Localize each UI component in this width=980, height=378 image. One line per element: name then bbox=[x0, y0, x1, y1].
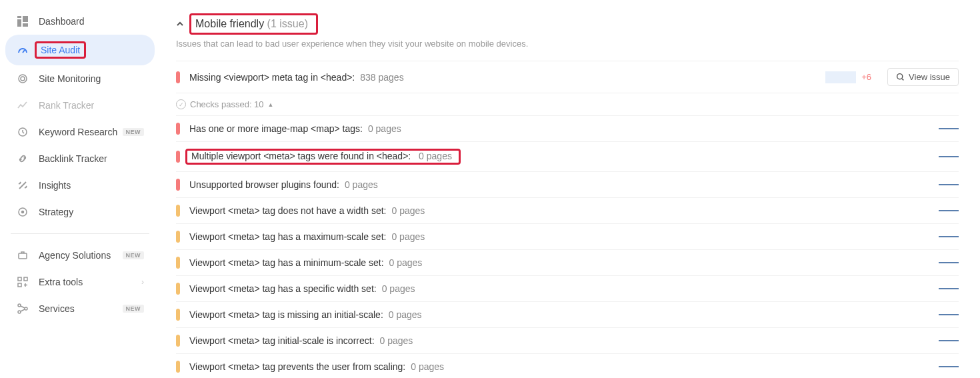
passed-check-row[interactable]: Viewport <meta> tag prevents the user fr… bbox=[176, 354, 959, 378]
sidebar-item-strategy[interactable]: Strategy bbox=[5, 199, 155, 225]
sidebar-item-keyword-research[interactable]: Keyword Research NEW bbox=[5, 119, 155, 145]
grid-plus-icon bbox=[16, 275, 29, 289]
svg-rect-3 bbox=[23, 23, 28, 27]
issue-label: Viewport <meta> tag prevents the user fr… bbox=[189, 361, 405, 372]
check-circle-icon: ✓ bbox=[176, 99, 186, 109]
issue-label: Viewport <meta> tag has a minimum-scale … bbox=[189, 257, 384, 268]
svg-rect-9 bbox=[19, 253, 27, 259]
sidebar-item-label: Strategy bbox=[39, 207, 144, 217]
issue-label: Multiple viewport <meta> tags were found… bbox=[191, 151, 411, 161]
sidebar-item-label: Dashboard bbox=[39, 16, 144, 27]
severity-indicator-orange bbox=[176, 205, 180, 217]
flat-sparkline bbox=[939, 288, 959, 289]
svg-point-15 bbox=[18, 311, 21, 313]
passed-check-row[interactable]: Viewport <meta> tag has a maximum-scale … bbox=[176, 224, 959, 250]
sidebar-item-label: Rank Tracker bbox=[39, 100, 144, 111]
compass-icon bbox=[16, 205, 29, 219]
sidebar-item-label: Agency Solutions bbox=[39, 250, 119, 261]
issue-label: Viewport <meta> tag has a maximum-scale … bbox=[189, 231, 386, 242]
chevron-up-icon bbox=[176, 20, 184, 28]
flat-sparkline bbox=[939, 156, 959, 157]
svg-rect-0 bbox=[17, 16, 21, 18]
sidebar-item-services[interactable]: Services NEW bbox=[5, 295, 155, 322]
passed-check-row[interactable]: Viewport <meta> tag has a minimum-scale … bbox=[176, 250, 959, 276]
sidebar-item-agency-solutions[interactable]: Agency Solutions NEW bbox=[5, 242, 155, 269]
section-description: Issues that can lead to bad user experie… bbox=[176, 39, 959, 49]
passed-check-row[interactable]: Has one or more image-map <map> tags: 0 … bbox=[176, 115, 959, 142]
issue-label: Viewport <meta> tag is missing an initia… bbox=[189, 309, 383, 320]
passed-check-row[interactable]: Unsupported browser plugins found: 0 pag… bbox=[176, 172, 959, 198]
view-issue-button[interactable]: View issue bbox=[887, 68, 959, 86]
checks-passed-toggle[interactable]: ✓ Checks passed: 10 ▲ bbox=[176, 93, 959, 115]
severity-indicator-red bbox=[176, 123, 180, 135]
svg-point-13 bbox=[18, 304, 21, 307]
svg-rect-11 bbox=[18, 283, 21, 287]
passed-check-row[interactable]: Multiple viewport <meta> tags were found… bbox=[176, 142, 959, 172]
passed-check-row[interactable]: Viewport <meta> tag initial-scale is inc… bbox=[176, 328, 959, 354]
chart-line-icon bbox=[16, 99, 29, 112]
sidebar-item-backlink-tracker[interactable]: Backlink Tracker bbox=[5, 145, 155, 172]
clock-icon bbox=[16, 125, 29, 139]
severity-indicator-red bbox=[176, 71, 180, 83]
issue-page-count: 0 pages bbox=[389, 257, 423, 268]
wand-icon bbox=[16, 179, 29, 192]
main-content: Mobile friendly (1 issue) Issues that ca… bbox=[160, 0, 980, 378]
new-badge: NEW bbox=[123, 251, 145, 259]
checks-passed-label: Checks passed: 10 bbox=[190, 99, 264, 109]
chevron-right-icon: › bbox=[141, 277, 144, 287]
severity-indicator-orange bbox=[176, 361, 180, 373]
severity-indicator-orange bbox=[176, 257, 180, 269]
issue-label: Viewport <meta> tag initial-scale is inc… bbox=[189, 335, 375, 346]
svg-point-16 bbox=[897, 74, 903, 79]
section-title: Mobile friendly (1 issue) bbox=[195, 18, 308, 29]
sidebar-item-label: Site Audit bbox=[41, 45, 80, 55]
sidebar-item-label: Extra tools bbox=[39, 277, 141, 287]
new-badge: NEW bbox=[123, 128, 145, 136]
severity-indicator-orange bbox=[176, 309, 180, 321]
issue-page-count: 0 pages bbox=[391, 205, 425, 216]
issue-row[interactable]: Missing <viewport> meta tag in <head>: 8… bbox=[176, 61, 959, 93]
view-issue-label: View issue bbox=[909, 72, 950, 82]
sidebar: Dashboard Site Audit Site Monitoring Ran… bbox=[0, 0, 160, 378]
issue-delta: +6 bbox=[861, 72, 871, 82]
issue-page-count: 0 pages bbox=[389, 309, 422, 320]
issue-page-count: 0 pages bbox=[380, 335, 413, 346]
sidebar-item-extra-tools[interactable]: Extra tools › bbox=[5, 269, 155, 295]
sidebar-item-site-audit[interactable]: Site Audit bbox=[5, 35, 155, 65]
new-badge: NEW bbox=[123, 305, 145, 313]
sidebar-item-label: Insights bbox=[39, 180, 144, 191]
passed-check-row[interactable]: Viewport <meta> tag does not have a widt… bbox=[176, 198, 959, 224]
severity-indicator-orange bbox=[176, 231, 180, 243]
issue-page-count: 838 pages bbox=[360, 72, 403, 83]
issue-page-count: 0 pages bbox=[419, 151, 452, 161]
sidebar-item-dashboard[interactable]: Dashboard bbox=[5, 8, 155, 35]
issue-label: Has one or more image-map <map> tags: bbox=[189, 123, 363, 134]
flat-sparkline bbox=[939, 184, 959, 185]
passed-check-row[interactable]: Viewport <meta> tag has a specific width… bbox=[176, 276, 959, 302]
highlight-site-audit: Site Audit bbox=[35, 41, 86, 59]
flat-sparkline bbox=[939, 128, 959, 129]
sidebar-divider bbox=[11, 233, 149, 234]
svg-point-14 bbox=[25, 307, 27, 310]
issue-label: Missing <viewport> meta tag in <head>: bbox=[189, 72, 355, 83]
sparkline-chart bbox=[825, 71, 856, 83]
svg-point-8 bbox=[22, 211, 24, 213]
passed-check-row[interactable]: Viewport <meta> tag is missing an initia… bbox=[176, 302, 959, 328]
section-header[interactable]: Mobile friendly (1 issue) bbox=[176, 13, 959, 35]
flat-sparkline bbox=[939, 236, 959, 237]
issue-page-count: 0 pages bbox=[368, 123, 401, 134]
flat-sparkline bbox=[939, 340, 959, 341]
sidebar-item-site-monitoring[interactable]: Site Monitoring bbox=[5, 65, 155, 92]
issue-page-count: 0 pages bbox=[345, 179, 378, 190]
issue-label: Viewport <meta> tag does not have a widt… bbox=[189, 205, 386, 216]
flat-sparkline bbox=[939, 366, 959, 367]
sidebar-item-rank-tracker[interactable]: Rank Tracker bbox=[5, 92, 155, 119]
sidebar-item-label: Site Monitoring bbox=[39, 73, 144, 84]
flat-sparkline bbox=[939, 262, 959, 263]
sidebar-item-label: Backlink Tracker bbox=[39, 153, 144, 164]
issue-label: Viewport <meta> tag has a specific width… bbox=[189, 283, 377, 294]
target-icon bbox=[16, 72, 29, 85]
svg-rect-12 bbox=[24, 277, 27, 281]
svg-point-5 bbox=[21, 77, 25, 81]
sidebar-item-insights[interactable]: Insights bbox=[5, 172, 155, 199]
